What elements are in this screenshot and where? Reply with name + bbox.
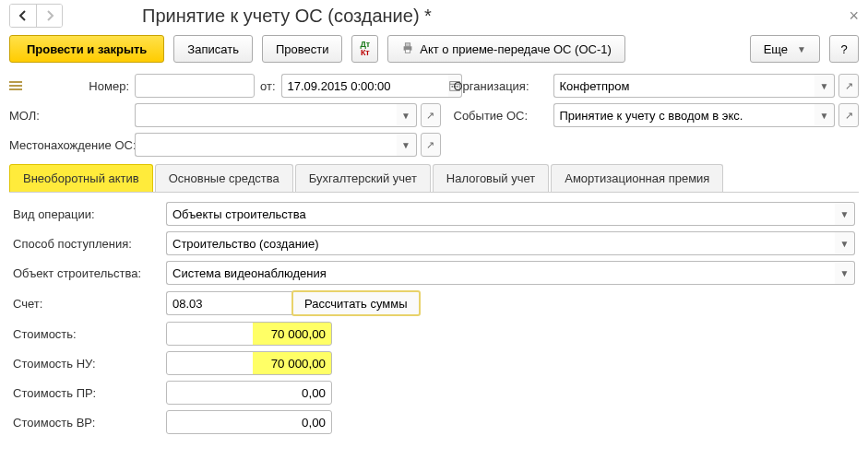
object-dropdown[interactable]: ▼ xyxy=(835,261,855,285)
svg-rect-2 xyxy=(406,49,410,53)
account-label: Счет: xyxy=(13,297,161,311)
mol-dropdown[interactable]: ▼ xyxy=(397,103,417,127)
object-label: Объект строительства: xyxy=(13,266,161,280)
cost-vr-field[interactable] xyxy=(166,410,332,434)
location-open-button[interactable]: ↗ xyxy=(421,133,441,157)
tab-fixed-assets[interactable]: Основные средства xyxy=(155,164,293,192)
more-label: Еще xyxy=(764,42,788,56)
back-button[interactable] xyxy=(10,5,36,27)
cost-nu-field[interactable] xyxy=(166,351,332,375)
help-button[interactable]: ? xyxy=(829,35,859,63)
org-dropdown[interactable]: ▼ xyxy=(814,74,835,98)
dtkt-button[interactable]: ДтКт xyxy=(351,35,378,63)
event-label: Событие ОС: xyxy=(446,109,548,123)
location-label: Местонахождение ОС: xyxy=(9,138,129,152)
cost-nu-label: Стоимость НУ: xyxy=(13,357,161,371)
mol-open-button[interactable]: ↗ xyxy=(421,103,441,127)
receipt-mode-dropdown[interactable]: ▼ xyxy=(835,231,855,255)
receipt-mode-field[interactable] xyxy=(166,231,835,255)
print-act-button[interactable]: Акт о приеме-передаче ОС (ОС-1) xyxy=(387,35,625,63)
number-label: Номер: xyxy=(30,79,129,93)
mol-field[interactable] xyxy=(135,103,397,127)
close-button[interactable]: × xyxy=(849,6,859,26)
number-field[interactable] xyxy=(135,74,255,98)
location-dropdown[interactable]: ▼ xyxy=(397,133,417,157)
op-type-field[interactable] xyxy=(166,202,835,226)
nav-buttons xyxy=(9,4,63,28)
receipt-mode-label: Способ поступления: xyxy=(13,237,161,251)
print-act-label: Акт о приеме-передаче ОС (ОС-1) xyxy=(420,42,612,56)
tabstrip: Внеоборотный актив Основные средства Бух… xyxy=(9,164,859,193)
cost-field[interactable] xyxy=(166,322,332,346)
object-field[interactable] xyxy=(166,261,835,285)
tab-tax[interactable]: Налоговый учет xyxy=(433,164,549,192)
org-label: Организация: xyxy=(446,79,548,93)
forward-button[interactable] xyxy=(36,5,62,27)
org-field[interactable] xyxy=(553,74,815,98)
dtkt-icon: ДтКт xyxy=(360,41,370,57)
event-field[interactable] xyxy=(553,103,815,127)
post-and-close-button[interactable]: Провести и закрыть xyxy=(9,35,164,63)
page-title: Принятие к учету ОС (создание) * xyxy=(68,6,843,27)
event-dropdown[interactable]: ▼ xyxy=(814,103,835,127)
save-button[interactable]: Записать xyxy=(173,35,253,63)
cost-pr-label: Стоимость ПР: xyxy=(13,386,161,400)
post-button[interactable]: Провести xyxy=(262,35,343,63)
from-label: от: xyxy=(260,79,276,93)
mol-label: МОЛ: xyxy=(9,109,129,123)
chevron-down-icon: ▼ xyxy=(797,44,806,54)
cost-vr-label: Стоимость ВР: xyxy=(13,416,161,430)
tab-noncurrent-asset[interactable]: Внеоборотный актив xyxy=(9,164,153,192)
cost-pr-field[interactable] xyxy=(166,381,332,405)
list-icon[interactable] xyxy=(9,81,22,90)
org-open-button[interactable]: ↗ xyxy=(838,74,859,98)
date-field[interactable] xyxy=(281,74,448,98)
event-open-button[interactable]: ↗ xyxy=(838,103,859,127)
location-field[interactable] xyxy=(135,133,397,157)
printer-icon xyxy=(401,41,414,57)
cost-label: Стоимость: xyxy=(13,327,161,341)
tab-amort-bonus[interactable]: Амортизационная премия xyxy=(551,164,723,192)
tab-accounting[interactable]: Бухгалтерский учет xyxy=(295,164,431,192)
calculate-sums-button[interactable]: Рассчитать суммы xyxy=(291,290,421,316)
svg-rect-1 xyxy=(406,42,410,46)
op-type-label: Вид операции: xyxy=(13,207,161,221)
op-type-dropdown[interactable]: ▼ xyxy=(835,202,855,226)
more-button[interactable]: Еще ▼ xyxy=(750,35,820,63)
